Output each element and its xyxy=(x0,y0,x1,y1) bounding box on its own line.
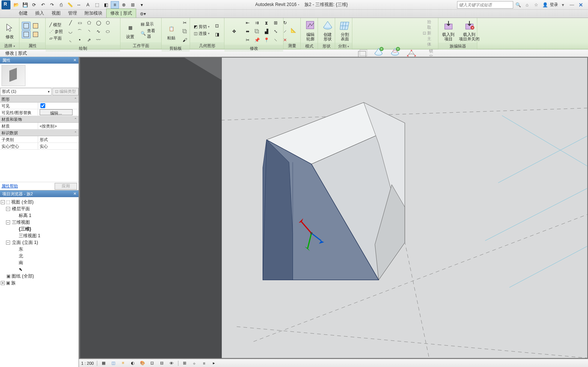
tree-elev-east[interactable]: 东 xyxy=(1,246,78,253)
family-category-button[interactable] xyxy=(31,30,40,39)
vb-shadow-icon[interactable]: ◐ xyxy=(129,360,136,367)
tree-3d-default[interactable]: {三维} xyxy=(1,226,78,232)
trim2-icon[interactable]: ⟍ xyxy=(271,36,280,44)
copy-icon[interactable]: ⿻ xyxy=(180,27,189,36)
dimension-icon[interactable]: ↔ xyxy=(75,1,83,9)
vb-chevron-icon[interactable]: ▸ xyxy=(211,360,217,367)
array-icon[interactable]: ⊞ xyxy=(271,19,280,27)
subscription-icon[interactable]: ⌂ xyxy=(523,1,531,9)
draw-insc-icon[interactable]: ⬡ xyxy=(103,19,112,27)
panel-label-select[interactable]: 选择 xyxy=(0,42,19,49)
close-button[interactable]: ✕ xyxy=(577,1,585,9)
scale-icon[interactable]: ⤡ xyxy=(271,27,280,36)
tab-extra-icon[interactable]: ⊚▾ xyxy=(136,10,150,18)
open-icon[interactable]: 📂 xyxy=(12,1,20,9)
workplane-viewer-button[interactable]: 🔍查看器 xyxy=(139,28,159,40)
vb-detail-icon[interactable]: ▦ xyxy=(100,360,107,367)
browser-close-icon[interactable]: ✕ xyxy=(73,190,76,197)
properties-close-icon[interactable]: ✕ xyxy=(73,57,76,64)
load-into-project-button[interactable]: 载入到 项目 xyxy=(441,19,456,42)
draw-partial-ellipse-icon[interactable]: ◟ xyxy=(66,36,75,44)
properties-help-link[interactable]: 属性帮助 xyxy=(1,183,18,189)
tree-families[interactable]: +▣ 族 xyxy=(1,279,78,286)
split-face-icon[interactable]: ◨ xyxy=(212,30,221,39)
tree-3d-views[interactable]: − 三维视图 xyxy=(1,219,78,226)
join-geometry-button[interactable]: ◫连接▾ xyxy=(192,30,211,37)
modify-tool-button[interactable]: 修改 xyxy=(2,21,17,40)
vb-render-icon[interactable]: 🎨 xyxy=(139,360,146,367)
tree-views-all[interactable]: −⬚ 视图 (全部) xyxy=(1,199,78,205)
scale-label[interactable]: 1 : 200 xyxy=(81,361,94,366)
type-properties-button[interactable] xyxy=(22,30,31,39)
draw-line-icon[interactable]: ╱ xyxy=(66,19,75,27)
login-label[interactable]: 登录 xyxy=(550,2,558,7)
set-workplane-button[interactable]: ▦设置 xyxy=(123,21,138,40)
show-workplane-button[interactable]: ▤显示 xyxy=(139,21,159,27)
tree-floor-plans[interactable]: − 楼层平面 xyxy=(1,205,78,212)
switch-windows-icon[interactable]: ⊞ xyxy=(129,1,137,9)
draw-circle-icon[interactable]: ◯ xyxy=(94,19,103,27)
subcategory-value[interactable]: 形式 xyxy=(38,136,79,143)
tab-create[interactable]: 创建 xyxy=(15,9,31,18)
measure-button[interactable]: 📐 xyxy=(286,24,301,37)
vb-constraints-icon[interactable]: ⟐ xyxy=(191,360,198,367)
infocenter-search-input[interactable] xyxy=(457,1,513,9)
apply-button[interactable]: 应用 xyxy=(55,183,77,190)
reference-plane-button[interactable]: ▱平面 xyxy=(48,35,64,42)
paste-button[interactable]: 📋粘贴 xyxy=(164,22,179,41)
user-icon[interactable]: 👤 xyxy=(541,1,549,9)
section-icon[interactable]: ◧ xyxy=(102,1,110,9)
help-dropdown-icon[interactable]: ▾ xyxy=(559,1,567,9)
tree-elevations[interactable]: − 立面 (立面 1) xyxy=(1,239,78,246)
tree-sheets[interactable]: ▣ 图纸 (全部) xyxy=(1,273,78,279)
solidvoid-value[interactable]: 实心 xyxy=(38,143,79,149)
type-selector-dropdown[interactable]: 形式 (1)▾ xyxy=(0,88,52,95)
vb-crop-icon[interactable]: ⊡ xyxy=(149,360,156,367)
sync-icon[interactable]: ⟳ xyxy=(30,1,38,9)
vb-analytical-icon[interactable]: ≡ xyxy=(201,360,208,367)
search-icon[interactable]: 🔍 xyxy=(514,1,522,9)
model-line-button[interactable]: ╱模型 xyxy=(48,22,64,28)
3d-view-icon[interactable]: ⬚ xyxy=(93,1,101,9)
save-icon[interactable]: 💾 xyxy=(21,1,29,9)
material-value[interactable]: <按类别> xyxy=(38,123,79,129)
pick-new-host-button[interactable]: ⊡拾取 新主体 xyxy=(421,19,436,48)
load-close-button[interactable]: ✕载入到 项目并关闭 xyxy=(457,19,481,42)
prop-group-material[interactable]: 材质和装饰⌃ xyxy=(0,116,79,123)
draw-rect-icon[interactable]: ▭ xyxy=(75,19,84,27)
app-menu-button[interactable] xyxy=(1,0,10,9)
prop-group-identity[interactable]: 标识数据⌃ xyxy=(0,129,79,136)
draw-point-icon[interactable]: • xyxy=(75,36,84,44)
vb-crop2-icon[interactable]: ⊟ xyxy=(159,360,165,367)
tab-modify-form[interactable]: 修改 | 形式 xyxy=(106,9,136,18)
move-button[interactable]: ✥ xyxy=(227,25,242,38)
properties-button[interactable] xyxy=(22,22,31,30)
tab-view[interactable]: 视图 xyxy=(48,9,64,18)
cut-geometry-button[interactable]: ◩剪切▾ xyxy=(192,24,211,30)
text-icon[interactable]: A xyxy=(84,1,92,9)
qat-dropdown-icon[interactable]: ▾ xyxy=(138,1,146,9)
create-form-button[interactable]: 创建 形状 xyxy=(320,19,335,42)
vb-hide-icon[interactable]: 👁 xyxy=(168,360,175,367)
match-icon[interactable]: 🖌 xyxy=(180,36,189,44)
tab-addins[interactable]: 附加模块 xyxy=(81,9,106,18)
thin-lines-icon[interactable]: ≡ xyxy=(111,1,119,9)
vb-reveal-icon[interactable]: ⊞ xyxy=(181,360,188,367)
align-icon[interactable]: ⇤ xyxy=(243,19,252,27)
vb-sun-icon[interactable]: ☀ xyxy=(120,360,126,367)
divide-surface-button[interactable]: 分割 表面 xyxy=(337,19,352,42)
draw-arc3-icon[interactable]: ◝ xyxy=(85,27,94,36)
edit-type-button[interactable]: ⊡编辑类型 xyxy=(52,88,79,95)
family-types-button[interactable] xyxy=(31,22,40,30)
move2-icon[interactable]: ⬌ xyxy=(243,27,252,36)
draw-pick-icon[interactable]: ⇗ xyxy=(85,36,94,44)
tree-3d-view1[interactable]: 三维视图 1 xyxy=(1,232,78,239)
favorites-icon[interactable]: ☆ xyxy=(532,1,540,9)
tree-elev-west[interactable]: ⬉ xyxy=(1,266,78,273)
undo-icon[interactable]: ↶ xyxy=(39,1,47,9)
minimize-button[interactable]: — xyxy=(568,1,576,9)
cut-icon[interactable]: ✂ xyxy=(180,19,189,27)
offset-icon[interactable]: ⇉ xyxy=(252,19,261,27)
tree-level1[interactable]: 标高 1 xyxy=(1,212,78,219)
draw-arc2-icon[interactable]: ⌒ xyxy=(75,27,84,36)
